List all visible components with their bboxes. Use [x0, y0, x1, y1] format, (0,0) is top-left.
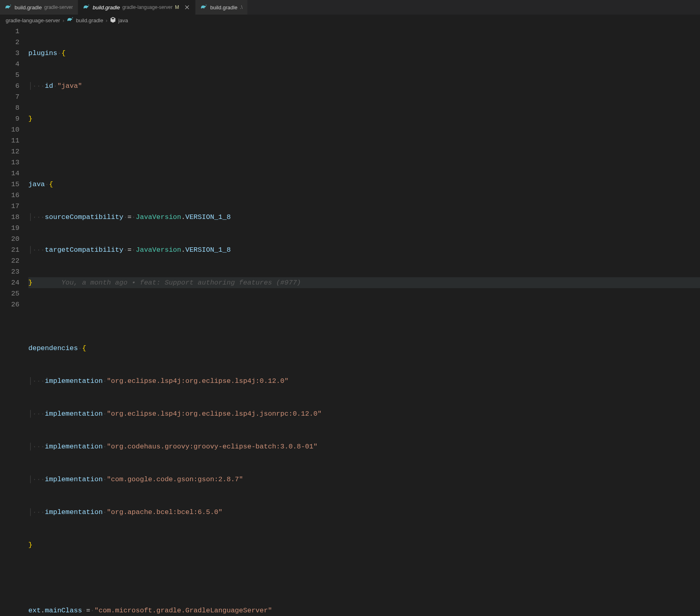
breadcrumbs[interactable]: gradle-language-server › build.gradle › … — [0, 15, 700, 26]
line-number: 20 — [0, 234, 19, 244]
line-number: 5 — [0, 70, 19, 81]
code-line: dependencies·{ — [28, 343, 700, 354]
code-line: │···implementation·"org.eclipse.lsp4j:or… — [28, 376, 700, 387]
code-line: │···id·"java" — [28, 81, 700, 91]
code-line: ext.mainClass·=·"com.microsoft.gradle.Gr… — [28, 605, 700, 616]
gradle-icon — [67, 16, 74, 25]
code-line-current: } You, a month ago • feat: Support autho… — [28, 277, 700, 288]
line-number: 13 — [0, 157, 19, 168]
tab-folder-name: .\ — [240, 4, 243, 10]
tab-build-gradle-server[interactable]: build.gradle gradle-server — [0, 0, 78, 15]
line-number: 8 — [0, 102, 19, 113]
tab-folder-name: gradle-language-server — [122, 4, 172, 10]
line-number: 14 — [0, 168, 19, 179]
line-number-gutter: 1 2 3 4 5 6 7 8 9 10 11 12 13 14 15 16 1… — [0, 26, 28, 616]
tab-folder-name: gradle-server — [44, 4, 73, 10]
line-number: 9 — [0, 113, 19, 124]
git-blame-annotation: You, a month ago • feat: Support authori… — [62, 279, 301, 287]
code-line: │···sourceCompatibility·=·JavaVersion.VE… — [28, 212, 700, 223]
code-content[interactable]: plugins·{ │···id·"java" } java·{ │···sou… — [28, 26, 700, 616]
gradle-icon — [83, 4, 90, 11]
line-number: 22 — [0, 255, 19, 266]
line-number: 18 — [0, 212, 19, 223]
code-line: } — [28, 113, 700, 124]
code-line: │···implementation·"com.google.code.gson… — [28, 474, 700, 485]
line-number: 3 — [0, 48, 19, 59]
line-number: 17 — [0, 201, 19, 212]
code-line: java·{ — [28, 179, 700, 190]
line-number: 15 — [0, 179, 19, 190]
breadcrumb-folder[interactable]: gradle-language-server — [6, 17, 60, 23]
breadcrumb-symbol[interactable]: java — [110, 17, 128, 24]
line-number: 26 — [0, 299, 19, 310]
line-number: 19 — [0, 223, 19, 234]
code-line — [28, 146, 700, 157]
line-number: 1 — [0, 26, 19, 37]
line-number: 4 — [0, 59, 19, 70]
line-number: 23 — [0, 266, 19, 277]
package-icon — [110, 17, 116, 24]
tab-file-name: build.gradle — [15, 4, 42, 11]
tabs-bar: build.gradle gradle-server build.gradle … — [0, 0, 700, 15]
line-number: 10 — [0, 124, 19, 135]
code-line — [28, 310, 700, 321]
tab-build-gradle-language-server[interactable]: build.gradle gradle-language-server M — [78, 0, 196, 15]
tab-build-gradle-root[interactable]: build.gradle .\ — [196, 0, 248, 15]
line-number: 24 — [0, 277, 19, 288]
code-line: plugins·{ — [28, 48, 700, 59]
line-number: 16 — [0, 190, 19, 201]
line-number: 2 — [0, 37, 19, 48]
gradle-icon — [200, 4, 208, 11]
tab-file-name: build.gradle — [93, 4, 120, 11]
code-line: │···targetCompatibility·=·JavaVersion.VE… — [28, 244, 700, 255]
code-line — [28, 572, 700, 583]
code-editor[interactable]: 1 2 3 4 5 6 7 8 9 10 11 12 13 14 15 16 1… — [0, 26, 700, 616]
tab-file-name: build.gradle — [210, 4, 237, 11]
tab-modified-badge: M — [175, 4, 179, 10]
code-line: } — [28, 540, 700, 550]
line-number: 21 — [0, 244, 19, 255]
breadcrumb-file[interactable]: build.gradle — [67, 16, 103, 25]
gradle-icon — [5, 4, 12, 11]
chevron-right-icon: › — [62, 17, 64, 23]
line-number: 25 — [0, 288, 19, 299]
code-line: │···implementation·"org.eclipse.lsp4j:or… — [28, 408, 700, 419]
line-number: 11 — [0, 135, 19, 146]
code-line: │···implementation·"org.codehaus.groovy:… — [28, 441, 700, 452]
close-icon[interactable] — [184, 4, 190, 11]
line-number: 12 — [0, 146, 19, 157]
line-number: 7 — [0, 91, 19, 102]
code-line: │···implementation·"org.apache.bcel:bcel… — [28, 507, 700, 518]
line-number: 6 — [0, 81, 19, 91]
chevron-right-icon: › — [106, 17, 107, 23]
